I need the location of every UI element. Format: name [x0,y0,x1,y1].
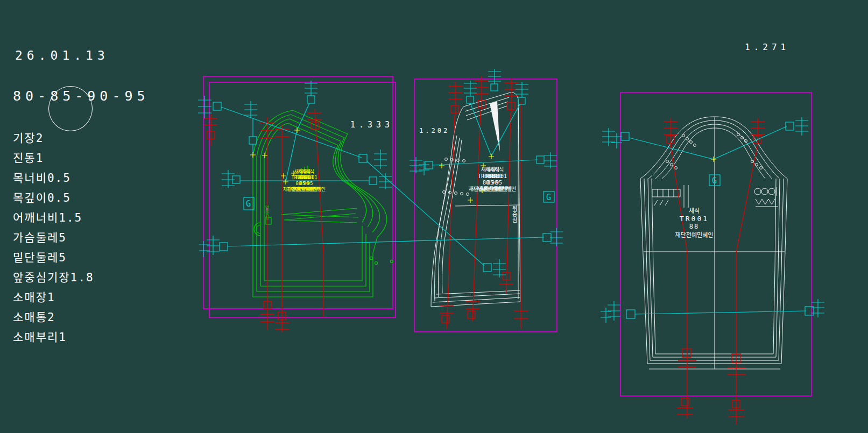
stamp-code: TR001 [654,215,735,223]
date-label: 26.01.13 [15,48,109,62]
stamp-label: 새식 [654,206,735,215]
front-grade-mark[interactable]: G [246,199,251,209]
back-grain-label: 뒤중심 [510,205,518,223]
back-scale-label: 1.202 [419,127,449,134]
grain-lines-sleeve [664,118,765,425]
selected-size-circle [48,86,93,131]
measurement-item: 목깊이0.5 [13,189,94,209]
pattern-front-outline[interactable] [253,110,393,297]
front-scale-label: 1.333 [350,120,393,130]
measurement-item: 앞중심기장1.8 [13,268,94,288]
measurement-item: 소매장1 [13,288,94,308]
cad-workspace[interactable]: 26.01.13 80-85-90-95 기장2 진동1 목너비0.5 목깊이0… [0,0,868,433]
pattern-canvas[interactable] [0,0,868,433]
stamp-size: 95 [467,180,531,186]
sleeve-grade-mark[interactable]: G [712,176,717,186]
stamp-code: TR001 [280,175,340,181]
back-grade-mark[interactable]: G [546,193,551,202]
measurement-list: 기장2 진동1 목너비0.5 목깊이0.5 어깨너비1.5 가슴둘레5 밑단둘레… [13,129,94,348]
pattern-sleeve-outline[interactable] [640,117,787,369]
measurement-item: 소매통2 [13,308,94,328]
stamp-size: 88 [654,223,735,230]
stamp-note: 재단전예민혜인 [654,230,735,239]
measurement-item: 가슴둘레5 [13,229,94,249]
measurement-item: 어깨너비1.5 [13,209,94,229]
measurement-item: 목너비0.5 [13,169,94,189]
stamp-label: 새식 [467,167,531,173]
stamp-size: 95 [280,181,340,187]
stamp-code: TR001 [467,173,531,180]
measurement-item: 기장2 [13,129,94,149]
stamp-note: 재단전예민혜인 [280,187,340,193]
measurement-item: 진동1 [13,149,94,169]
sleeve-stamp: 새식 TR001 88 재단전예민혜인 [654,206,735,239]
front-grain-label: 앞중심 [264,205,270,220]
stamp-label: 새식 [280,169,340,175]
stamp-note: 재단전예민혜인 [467,186,531,193]
measurement-item: 소매부리1 [13,328,94,348]
measurement-item: 밑단둘레5 [13,249,94,268]
scale-note: 1.271 [745,42,789,52]
